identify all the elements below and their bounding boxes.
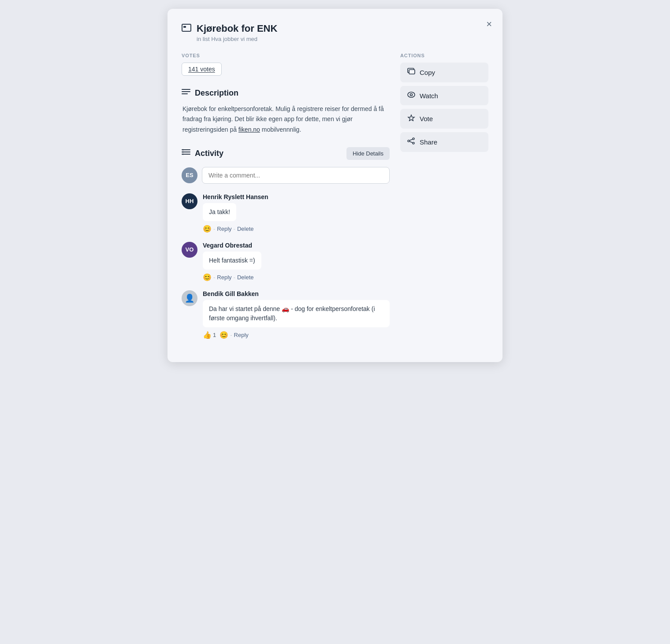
votes-section: VOTES 141 votes [182,53,390,76]
svg-point-16 [413,142,414,144]
comment-actions: 😊 - Reply - Delete [203,225,390,233]
watch-icon [407,92,415,98]
reaction-emoji[interactable]: 👍 [203,331,212,339]
modal-header-text: Kjørebok for ENK in list Hva jobber vi m… [197,23,277,42]
description-text: Kjørebok for enkeltpersonforetak. Mulig … [182,104,390,134]
activity-header-left: Activity [182,148,223,158]
activity-section: Activity Hide Details ES HH Henrik Rysle… [182,147,390,339]
main-layout: VOTES 141 votes Description Kj [182,53,488,348]
close-button[interactable]: × [484,18,494,31]
comment-item: 👤 Bendik Gill Bakken Da har vi startet p… [182,290,390,339]
modal-header: Kjørebok for ENK in list Hva jobber vi m… [182,23,488,42]
activity-title: Activity [195,149,223,158]
comment-bubble: Ja takk! [203,203,236,221]
votes-button[interactable]: 141 votes [182,63,222,76]
activity-header: Activity Hide Details [182,147,390,160]
copy-action-button[interactable]: Copy [400,63,488,82]
comment-body: Henrik Ryslett Hansen Ja takk! 😊 - Reply… [203,193,390,233]
comment-avatar: 👤 [182,290,197,306]
modal-subtitle: in list Hva jobber vi med [197,36,277,42]
comment-actions: 👍1 😊 - Reply [203,331,390,339]
comment-bubble: Da har vi startet på denne 🚗 - dog for e… [203,300,390,327]
modal: × Kjørebok for ENK in list Hva jobber vi… [168,9,502,362]
emoji-reaction-button[interactable]: 😊 [203,273,212,281]
comment-input-row: ES [182,167,390,184]
copy-icon [407,68,415,75]
svg-rect-0 [182,24,191,31]
sep: - [230,332,232,338]
share-label: Share [420,138,437,146]
share-action-button[interactable]: Share [400,132,488,152]
right-panel: ACTIONS CopyWatchVoteShare [400,53,488,348]
svg-line-18 [409,139,413,141]
sep: - [213,226,215,232]
svg-point-8 [182,152,184,153]
comment-item: VO Vegard Obrestad Helt fantastisk =) 😊 … [182,242,390,281]
vote-action-button[interactable]: Vote [400,109,488,129]
delete-button[interactable]: Delete [237,226,254,232]
svg-line-19 [409,141,413,143]
comment-avatar: VO [182,242,197,258]
actions-list: CopyWatchVoteShare [400,63,488,152]
reply-button[interactable]: Reply [217,274,231,281]
description-section: Description Kjørebok for enkeltpersonfor… [182,88,390,134]
votes-label: VOTES [182,53,390,58]
reply-button[interactable]: Reply [234,332,249,338]
svg-point-10 [182,154,184,155]
reaction-count: 👍1 [203,331,216,339]
fiken-link[interactable]: fiken.no [238,126,260,133]
svg-point-13 [408,92,415,97]
svg-rect-1 [183,26,186,28]
sep: - [213,274,215,281]
activity-icon [182,148,190,158]
comments-list: HH Henrik Ryslett Hansen Ja takk! 😊 - Re… [182,193,390,339]
current-user-avatar: ES [182,167,197,183]
watch-action-button[interactable]: Watch [400,86,488,105]
emoji-reaction-button[interactable]: 😊 [203,225,212,233]
hide-details-button[interactable]: Hide Details [346,147,390,160]
commenter-name: Vegard Obrestad [203,242,390,249]
left-panel: VOTES 141 votes Description Kj [182,53,390,348]
emoji-reaction-button[interactable]: 😊 [220,331,228,339]
comment-input[interactable] [202,167,390,184]
commenter-name: Henrik Ryslett Hansen [203,193,390,200]
comment-avatar: HH [182,193,197,209]
svg-point-6 [182,149,184,151]
share-icon [407,137,415,147]
delete-button[interactable]: Delete [237,274,254,281]
vote-icon [407,114,415,121]
svg-point-15 [413,138,414,140]
copy-icon [407,68,415,77]
sep: - [234,226,235,232]
commenter-name: Bendik Gill Bakken [203,290,390,297]
vote-icon [407,114,415,123]
description-header: Description [182,88,390,98]
comment-body: Vegard Obrestad Helt fantastisk =) 😊 - R… [203,242,390,281]
share-icon [407,137,415,144]
svg-point-17 [408,140,409,142]
svg-point-14 [410,94,413,96]
description-title: Description [195,89,238,98]
svg-rect-12 [409,70,415,74]
sep: - [234,274,235,281]
comment-item: HH Henrik Ryslett Hansen Ja takk! 😊 - Re… [182,193,390,233]
watch-label: Watch [420,92,438,100]
actions-label: ACTIONS [400,53,488,58]
modal-title: Kjørebok for ENK [197,23,277,34]
watch-icon [407,91,415,100]
card-icon [182,24,191,33]
reply-button[interactable]: Reply [217,226,231,232]
copy-label: Copy [420,69,435,76]
comment-bubble: Helt fantastisk =) [203,252,261,270]
comment-body: Bendik Gill Bakken Da har vi startet på … [203,290,390,339]
vote-label: Vote [420,115,433,122]
comment-actions: 😊 - Reply - Delete [203,273,390,281]
description-icon [182,88,190,98]
